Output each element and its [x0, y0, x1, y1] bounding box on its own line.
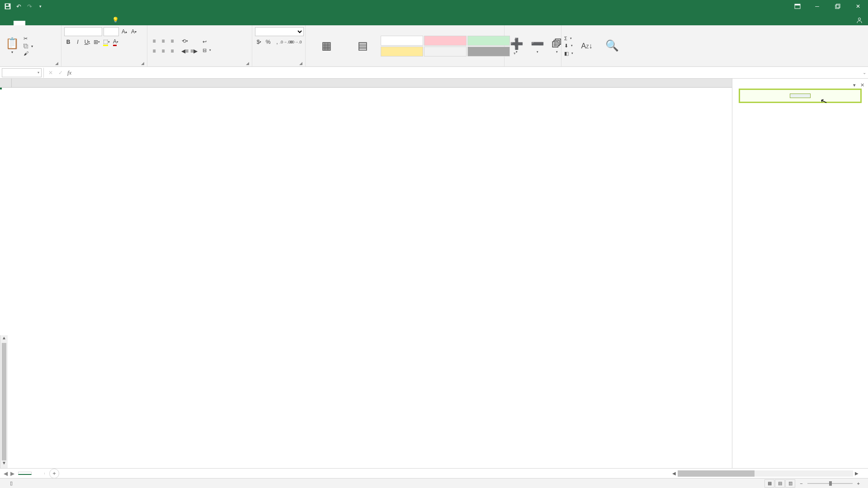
align-top-icon[interactable]: ≡ — [150, 37, 158, 45]
next-sheet-icon[interactable]: ▶ — [10, 470, 14, 477]
prev-sheet-icon[interactable]: ◀ — [4, 470, 8, 477]
percent-format-icon[interactable]: % — [264, 38, 272, 46]
wrap-text-button[interactable]: ↩ — [203, 39, 211, 45]
scroll-up-icon[interactable]: ▲ — [0, 335, 8, 343]
decrease-indent-icon[interactable]: ◀≡ — [181, 47, 189, 55]
decrease-font-icon[interactable]: A▾ — [130, 28, 138, 36]
tab-page-layout[interactable] — [37, 21, 49, 25]
conditional-formatting-button[interactable]: ▦ — [308, 39, 344, 53]
align-left-icon[interactable]: ≡ — [150, 47, 158, 55]
align-bottom-icon[interactable]: ≡ — [168, 37, 176, 45]
insert-cells-button[interactable]: ➕▾ — [507, 37, 526, 55]
zoom-in-button[interactable]: + — [857, 481, 860, 486]
font-dialog-launcher[interactable]: ◢ — [141, 61, 144, 66]
font-color-button[interactable]: A▾ — [112, 38, 120, 46]
minimize-button[interactable]: ─ — [807, 0, 827, 13]
fill-color-button[interactable]: ⬚▾ — [102, 38, 110, 46]
borders-button[interactable]: ⊞▾ — [93, 38, 101, 46]
align-center-icon[interactable]: ≡ — [159, 47, 167, 55]
fx-icon[interactable]: fx — [67, 69, 71, 76]
merge-center-button[interactable]: ⊟▾ — [203, 47, 211, 53]
format-as-table-button[interactable]: ▤ — [347, 39, 378, 53]
increase-indent-icon[interactable]: ≡▶ — [190, 47, 198, 55]
normal-view-icon[interactable]: ▦ — [764, 479, 774, 488]
close-pane-icon[interactable]: ✕ — [860, 82, 864, 88]
page-layout-view-icon[interactable]: ▤ — [775, 479, 785, 488]
font-name-combo[interactable] — [64, 27, 102, 36]
tab-view[interactable] — [84, 21, 96, 25]
tab-insert[interactable] — [25, 21, 37, 25]
name-box[interactable]: ▾ — [2, 68, 42, 77]
zoom-handle[interactable] — [829, 481, 832, 486]
formula-input[interactable] — [73, 68, 868, 77]
copy-button[interactable]: ⿻▾ — [24, 43, 33, 49]
align-right-icon[interactable]: ≡ — [168, 47, 176, 55]
clipboard-dialog-launcher[interactable]: ◢ — [55, 61, 58, 66]
horizontal-scrollbar[interactable]: ◀ ▶ — [670, 470, 860, 477]
tab-review[interactable] — [72, 21, 84, 25]
underline-button[interactable]: U▾ — [83, 38, 91, 46]
maximize-button[interactable] — [827, 0, 848, 13]
clear-button[interactable]: ◧▾ — [564, 51, 573, 56]
number-format-combo[interactable] — [255, 27, 304, 36]
scroll-down-icon[interactable]: ▼ — [0, 460, 8, 468]
autosum-button[interactable]: Σ▾ — [564, 36, 573, 41]
vertical-scrollbar[interactable]: ▲ ▼ — [0, 335, 8, 468]
file-tab[interactable] — [1, 21, 14, 25]
align-middle-icon[interactable]: ≡ — [159, 37, 167, 45]
group-number: $▾ % , .0→.00 .00→.0 ◢ — [252, 25, 306, 66]
share-button[interactable] — [856, 17, 864, 23]
zoom-out-button[interactable]: − — [800, 481, 802, 486]
italic-button[interactable]: I — [74, 38, 82, 46]
number-dialog-launcher[interactable]: ◢ — [299, 61, 302, 66]
increase-font-icon[interactable]: A▴ — [120, 28, 128, 36]
tell-me-search[interactable]: 💡 — [108, 14, 126, 25]
style-neutral[interactable] — [381, 47, 423, 56]
tab-team[interactable] — [96, 21, 108, 25]
ribbon-options-icon[interactable] — [791, 0, 804, 13]
close-button[interactable]: ✕ — [848, 0, 868, 13]
sheet-tab-score[interactable] — [32, 473, 45, 474]
scroll-left-icon[interactable]: ◀ — [670, 471, 678, 476]
qat-customize-icon[interactable]: ▾ — [36, 2, 44, 10]
save-icon[interactable] — [4, 2, 12, 10]
paste-button[interactable]: 📋 ▾ — [3, 37, 22, 56]
style-bad[interactable] — [424, 36, 467, 46]
task-pane-options-icon[interactable]: ▾ — [853, 82, 856, 88]
delete-cells-button[interactable]: ➖▾ — [528, 37, 547, 55]
tab-data[interactable] — [61, 21, 72, 25]
style-normal[interactable] — [381, 36, 423, 46]
sort-filter-button[interactable]: AZ↓ — [575, 39, 599, 53]
hscroll-thumb[interactable] — [678, 470, 755, 477]
grid[interactable] — [0, 79, 732, 335]
style-good[interactable] — [467, 36, 510, 46]
fill-button[interactable]: ⬇▾ — [564, 43, 573, 49]
format-painter-button[interactable]: 🖌 — [24, 51, 33, 56]
scroll-right-icon[interactable]: ▶ — [853, 471, 860, 476]
orientation-icon[interactable]: ⟲▾ — [181, 37, 189, 45]
new-sheet-button[interactable]: + — [49, 469, 59, 479]
bold-button[interactable]: B — [64, 38, 72, 46]
style-check-cell[interactable] — [467, 47, 510, 56]
font-size-combo[interactable] — [104, 27, 119, 36]
accounting-format-icon[interactable]: $▾ — [255, 38, 263, 46]
undo-icon[interactable]: ↶ — [14, 2, 23, 10]
save-to-cloud-button[interactable] — [790, 94, 811, 98]
expand-formula-bar-icon[interactable]: ⌄ — [863, 70, 866, 75]
macro-record-icon[interactable]: ▯ — [10, 480, 13, 486]
vscroll-thumb[interactable] — [2, 343, 6, 460]
alignment-dialog-launcher[interactable]: ◢ — [246, 61, 249, 66]
zoom-slider[interactable] — [807, 483, 853, 484]
page-break-view-icon[interactable]: ▥ — [785, 479, 795, 488]
style-calculation[interactable] — [424, 47, 467, 56]
sheet-nav[interactable]: ◀▶ — [0, 470, 18, 477]
cancel-formula-icon[interactable]: ✕ — [46, 70, 56, 76]
enter-formula-icon[interactable]: ✓ — [56, 70, 66, 76]
sheet-tab-test[interactable] — [18, 472, 32, 475]
cut-button[interactable]: ✂ — [24, 36, 33, 42]
tab-home[interactable] — [14, 21, 25, 25]
tab-formulas[interactable] — [49, 21, 61, 25]
find-select-button[interactable]: 🔍 — [600, 39, 624, 53]
decrease-decimal-icon[interactable]: .00→.0 — [291, 38, 299, 46]
select-all-corner[interactable] — [0, 79, 12, 87]
